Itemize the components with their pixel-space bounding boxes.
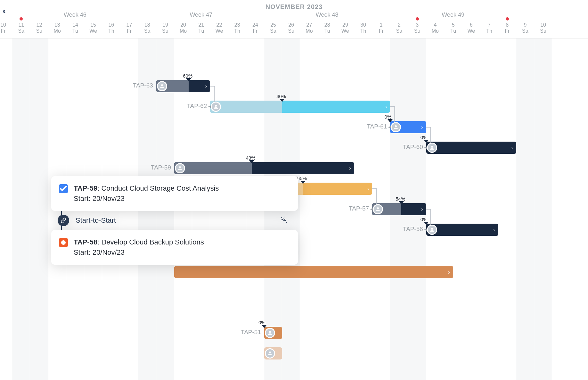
- task-bar[interactable]: 0%: [264, 327, 282, 339]
- task-bar[interactable]: [264, 347, 282, 359]
- progress-label: 0%: [421, 135, 428, 140]
- task-bar[interactable]: ›0%: [426, 142, 516, 154]
- day-cell[interactable]: 5Tu: [444, 20, 462, 34]
- chevron-right-icon[interactable]: ›: [511, 145, 513, 151]
- assignee-avatar-icon[interactable]: [265, 348, 275, 359]
- day-cell[interactable]: 2Sa: [390, 20, 408, 34]
- day-cell[interactable]: 25Sa: [264, 20, 282, 34]
- task-key-label: TAP-59: [151, 164, 171, 171]
- progress-label: 65%: [297, 176, 307, 181]
- progress-caret-icon: [424, 222, 429, 225]
- day-cell[interactable]: 22We: [210, 20, 228, 34]
- task-type-icon: [59, 184, 68, 193]
- task-row: [0, 347, 588, 359]
- day-cell[interactable]: 16Th: [102, 20, 120, 34]
- day-cell[interactable]: 10Su: [534, 20, 552, 34]
- progress-caret-icon: [388, 119, 393, 122]
- progress-label: 60%: [183, 73, 192, 78]
- popup-task-text: TAP-58: Develop Cloud Backup Solutions S…: [74, 237, 204, 258]
- unlink-button[interactable]: [280, 216, 288, 225]
- task-row: TAP-59›43%: [0, 162, 588, 174]
- day-cell[interactable]: 10Fr: [0, 20, 12, 34]
- month-label: NOVEMBER 2023: [265, 3, 323, 11]
- day-row: 10Fr11Sa12Su13Mo14Tu15We16Th17Fr18Sa19Su…: [0, 20, 588, 38]
- dependency-popup: TAP-59: Conduct Cloud Storage Cost Analy…: [51, 176, 298, 265]
- popup-task-bottom[interactable]: TAP-58: Develop Cloud Backup Solutions S…: [51, 230, 298, 265]
- chevron-right-icon[interactable]: ›: [421, 206, 423, 213]
- progress-label: 54%: [396, 196, 405, 202]
- task-key-label: TAP-63: [133, 82, 153, 89]
- day-cell[interactable]: 26Su: [282, 20, 300, 34]
- task-key-label: TAP-60: [403, 144, 423, 151]
- task-bar[interactable]: ›0%: [426, 224, 498, 236]
- assignee-avatar-icon[interactable]: [373, 204, 383, 214]
- assignee-avatar-icon[interactable]: [157, 81, 167, 91]
- progress-caret-icon: [300, 181, 306, 184]
- day-cell[interactable]: 17Fr: [120, 20, 138, 34]
- task-key-label: TAP-51: [241, 329, 261, 336]
- day-cell[interactable]: 11Sa: [12, 20, 30, 34]
- progress-label: 0%: [258, 320, 265, 325]
- task-row: TAP-63›60%: [0, 80, 588, 92]
- day-cell[interactable]: 28Tu: [318, 20, 336, 34]
- day-cell[interactable]: 18Sa: [138, 20, 156, 34]
- day-cell[interactable]: 19Su: [156, 20, 174, 34]
- timeline-header: ‹‹ NOVEMBER 2023 Week 46Week 47Week 48We…: [0, 0, 588, 38]
- task-bar[interactable]: ›60%: [156, 80, 210, 92]
- chevron-right-icon[interactable]: ›: [448, 269, 450, 276]
- progress-caret-icon: [399, 201, 404, 204]
- svg-point-0: [61, 240, 66, 245]
- task-bar[interactable]: ›0%: [390, 121, 426, 133]
- chevron-right-icon[interactable]: ›: [205, 83, 207, 90]
- assignee-avatar-icon[interactable]: [175, 163, 185, 173]
- week-label: Week 46: [12, 12, 138, 18]
- day-cell[interactable]: 8Fr: [498, 20, 516, 34]
- day-cell[interactable]: 30Th: [354, 20, 372, 34]
- popup-task-top[interactable]: TAP-59: Conduct Cloud Storage Cost Analy…: [51, 176, 298, 211]
- task-key-label: TAP-56: [403, 226, 423, 233]
- progress-label: 0%: [384, 114, 391, 120]
- day-cell[interactable]: 23Th: [228, 20, 246, 34]
- day-cell[interactable]: 29We: [336, 20, 354, 34]
- task-bar[interactable]: ›40%: [210, 101, 390, 113]
- link-icon: [58, 215, 69, 226]
- day-cell[interactable]: 3Su: [408, 20, 426, 34]
- day-cell[interactable]: 4Mo: [426, 20, 444, 34]
- assignee-avatar-icon[interactable]: [427, 225, 437, 235]
- day-cell[interactable]: 7Th: [480, 20, 498, 34]
- week-row: Week 46Week 47Week 48Week 49: [0, 12, 588, 20]
- day-cell[interactable]: 14Tu: [66, 20, 84, 34]
- task-bar[interactable]: ›: [174, 266, 453, 278]
- assignee-avatar-icon[interactable]: [265, 328, 275, 338]
- task-type-icon: [59, 238, 68, 247]
- task-bar[interactable]: ›54%: [372, 203, 426, 215]
- day-cell[interactable]: 21Tu: [192, 20, 210, 34]
- chevron-right-icon[interactable]: ›: [421, 124, 423, 131]
- progress-caret-icon: [186, 78, 191, 81]
- day-cell[interactable]: 13Mo: [48, 20, 66, 34]
- task-row: TAP-62›40%: [0, 101, 588, 113]
- chevron-right-icon[interactable]: ›: [385, 103, 387, 110]
- assignee-avatar-icon[interactable]: [427, 143, 437, 153]
- chevron-right-icon[interactable]: ›: [349, 165, 351, 172]
- day-cell[interactable]: 1Fr: [372, 20, 390, 34]
- task-key-label: TAP-62: [187, 103, 207, 110]
- task-key-label: TAP-61: [367, 123, 387, 130]
- day-cell[interactable]: 6We: [462, 20, 480, 34]
- day-cell[interactable]: 15We: [84, 20, 102, 34]
- chevron-right-icon[interactable]: ›: [493, 227, 495, 233]
- progress-caret-icon: [262, 325, 267, 328]
- day-cell[interactable]: 9Sa: [516, 20, 534, 34]
- progress-caret-icon: [249, 160, 254, 163]
- popup-task-text: TAP-59: Conduct Cloud Storage Cost Analy…: [74, 183, 219, 204]
- day-cell[interactable]: 27Mo: [300, 20, 318, 34]
- day-cell[interactable]: 12Su: [30, 20, 48, 34]
- progress-label: 40%: [276, 94, 286, 99]
- day-cell[interactable]: 24Fr: [246, 20, 264, 34]
- task-bar[interactable]: ›43%: [174, 162, 354, 174]
- chevron-right-icon[interactable]: ›: [367, 186, 369, 192]
- week-label: Week 49: [390, 12, 516, 18]
- popup-relation-row: Start-to-Start: [51, 211, 298, 230]
- day-cell[interactable]: 20Mo: [174, 20, 192, 34]
- progress-caret-icon: [280, 99, 285, 102]
